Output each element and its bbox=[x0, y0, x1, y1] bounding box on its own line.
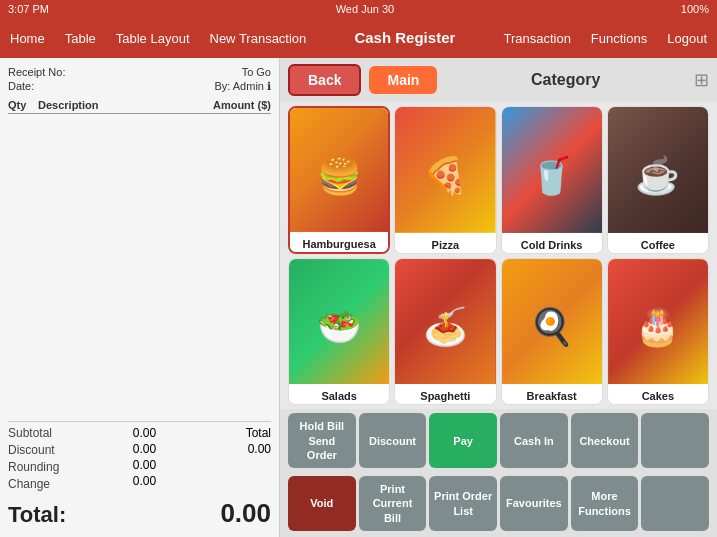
nav-title: Cash Register bbox=[354, 29, 455, 46]
col-desc: Description bbox=[38, 99, 213, 111]
category-salads[interactable]: 🥗 Salads bbox=[288, 258, 390, 406]
total-value: 0.00 bbox=[220, 498, 271, 529]
change-label: Change bbox=[8, 477, 50, 491]
category-breakfast[interactable]: 🍳 Breakfast bbox=[501, 258, 603, 406]
col-amount: Amount ($) bbox=[213, 99, 271, 111]
nav-home[interactable]: Home bbox=[8, 27, 47, 50]
print-current-bill-button[interactable]: Print Current Bill bbox=[359, 476, 427, 531]
discount-button[interactable]: Discount bbox=[359, 413, 427, 468]
checkout-button[interactable]: Checkout bbox=[571, 413, 639, 468]
category-bar: Back Main Category ⊞ bbox=[280, 58, 717, 102]
rounding-label: Rounding bbox=[8, 460, 59, 474]
void-button[interactable]: Void bbox=[288, 476, 356, 531]
back-button[interactable]: Back bbox=[288, 64, 361, 96]
total-row: Total: 0.00 bbox=[8, 498, 271, 529]
change-row: Change bbox=[8, 477, 59, 491]
nav-functions[interactable]: Functions bbox=[589, 27, 649, 50]
left-nav: Home Table Table Layout New Transaction bbox=[8, 27, 308, 50]
nav-table-layout[interactable]: Table Layout bbox=[114, 27, 192, 50]
right-panel: Back Main Category ⊞ 🍔 Hamburguesa 🍕 Piz… bbox=[280, 58, 717, 537]
col-qty: Qty bbox=[8, 99, 38, 111]
to-go-label: To Go bbox=[242, 66, 271, 78]
subtotal-row: Subtotal bbox=[8, 426, 59, 440]
pay-button[interactable]: Pay bbox=[429, 413, 497, 468]
salads-emoji: 🥗 bbox=[317, 306, 362, 348]
spaghetti-emoji: 🍝 bbox=[423, 306, 468, 348]
more-functions-button[interactable]: More Functions bbox=[571, 476, 639, 531]
nav-bar: Home Table Table Layout New Transaction … bbox=[0, 18, 717, 58]
discount-value: 0.00 bbox=[133, 442, 156, 456]
cash-in-button[interactable]: Cash In bbox=[500, 413, 568, 468]
status-date: Wed Jun 30 bbox=[336, 3, 395, 15]
change-value: 0.00 bbox=[133, 474, 156, 488]
cakes-emoji: 🎂 bbox=[635, 306, 680, 348]
action-bar-1: Hold Bill Send Order Discount Pay Cash I… bbox=[280, 409, 717, 472]
right-nav: Transaction Functions Logout bbox=[501, 27, 709, 50]
grand-total-value: 0.00 bbox=[248, 442, 271, 456]
main-button[interactable]: Main bbox=[369, 66, 437, 94]
drinks-emoji: 🥤 bbox=[529, 155, 574, 197]
category-spaghetti[interactable]: 🍝 Spaghetti bbox=[394, 258, 496, 406]
hold-bill-button[interactable]: Hold Bill Send Order bbox=[288, 413, 356, 468]
pizza-label: Pizza bbox=[395, 237, 495, 253]
nav-logout[interactable]: Logout bbox=[665, 27, 709, 50]
category-title: Category bbox=[445, 71, 686, 89]
nav-center: Cash Register bbox=[308, 29, 501, 47]
breakfast-emoji: 🍳 bbox=[529, 306, 574, 348]
rounding-row: Rounding bbox=[8, 460, 59, 474]
subtotal-value: 0.00 bbox=[133, 426, 156, 440]
placeholder-1 bbox=[641, 413, 709, 468]
cold-drinks-label: Cold Drinks bbox=[502, 237, 602, 253]
category-cakes[interactable]: 🎂 Cakes bbox=[607, 258, 709, 406]
subtotal-label: Subtotal bbox=[8, 426, 52, 440]
nav-table[interactable]: Table bbox=[63, 27, 98, 50]
coffee-emoji: ☕ bbox=[635, 155, 680, 197]
hamburguesa-emoji: 🍔 bbox=[317, 155, 362, 197]
cakes-label: Cakes bbox=[608, 388, 708, 404]
category-hamburguesa[interactable]: 🍔 Hamburguesa bbox=[288, 106, 390, 254]
spaghetti-label: Spaghetti bbox=[395, 388, 495, 404]
nav-transaction[interactable]: Transaction bbox=[501, 27, 572, 50]
receipt-columns: Qty Description Amount ($) bbox=[8, 99, 271, 114]
total-label: Total: bbox=[8, 502, 66, 528]
status-bar: 3:07 PM Wed Jun 30 100% bbox=[0, 0, 717, 18]
nav-new-transaction[interactable]: New Transaction bbox=[208, 27, 309, 50]
favourites-button[interactable]: Favourites bbox=[500, 476, 568, 531]
grid-icon[interactable]: ⊞ bbox=[694, 69, 709, 91]
pizza-emoji: 🍕 bbox=[423, 155, 468, 197]
date-label: Date: bbox=[8, 80, 34, 93]
by-admin-label: By: Admin ℹ bbox=[214, 80, 271, 93]
info-icon[interactable]: ℹ bbox=[267, 80, 271, 92]
coffee-label: Coffee bbox=[608, 237, 708, 253]
main-layout: Receipt No: To Go Date: By: Admin ℹ Qty … bbox=[0, 58, 717, 537]
receipt-footer: Subtotal Discount Rounding Change 0.00 0… bbox=[8, 421, 271, 529]
placeholder-2 bbox=[641, 476, 709, 531]
category-pizza[interactable]: 🍕 Pizza bbox=[394, 106, 496, 254]
action-bar-2: Void Print Current Bill Print Order List… bbox=[280, 472, 717, 537]
receipt-header: Receipt No: To Go Date: By: Admin ℹ bbox=[8, 66, 271, 95]
category-grid: 🍔 Hamburguesa 🍕 Pizza 🥤 Cold Drinks ☕ Co… bbox=[280, 102, 717, 409]
category-cold-drinks[interactable]: 🥤 Cold Drinks bbox=[501, 106, 603, 254]
category-coffee[interactable]: ☕ Coffee bbox=[607, 106, 709, 254]
hamburguesa-label: Hamburguesa bbox=[290, 236, 388, 252]
discount-row: Discount bbox=[8, 443, 59, 457]
status-battery: 100% bbox=[681, 3, 709, 15]
left-panel: Receipt No: To Go Date: By: Admin ℹ Qty … bbox=[0, 58, 280, 537]
receipt-no-label: Receipt No: bbox=[8, 66, 65, 78]
salads-label: Salads bbox=[289, 388, 389, 404]
print-order-list-button[interactable]: Print Order List bbox=[429, 476, 497, 531]
status-time: 3:07 PM bbox=[8, 3, 49, 15]
rounding-value: 0.00 bbox=[133, 458, 156, 472]
receipt-body bbox=[8, 114, 271, 421]
total-label-mid: Total bbox=[246, 426, 271, 440]
discount-label: Discount bbox=[8, 443, 55, 457]
breakfast-label: Breakfast bbox=[502, 388, 602, 404]
